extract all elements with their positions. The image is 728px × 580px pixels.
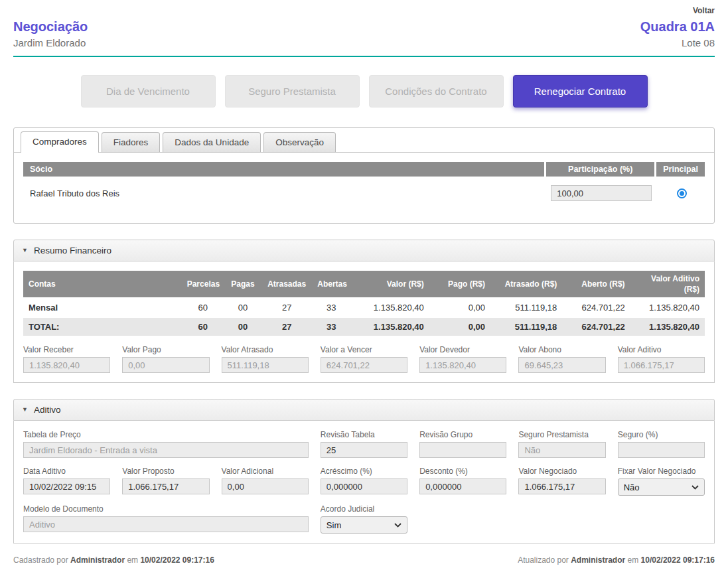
total-pago: 0,00 (429, 318, 490, 336)
column-header-parcelas: Parcelas (182, 271, 224, 297)
fixar-valor-negociado-label: Fixar Valor Negociado (618, 467, 705, 476)
resumo-financeiro-section: ▼ Resumo Financeiro Contas Parcelas Paga… (13, 240, 715, 383)
revisao-tabela-field: Revisão Tabela (321, 430, 407, 458)
parcelas-value: 60 (182, 297, 224, 318)
valor-a-vencer-input (321, 357, 407, 373)
buyer-row: Rafael Tributo dos Reis (23, 177, 705, 211)
renegociar-contrato-button[interactable]: Renegociar Contrato (513, 75, 648, 108)
valor-adicional-input[interactable] (222, 478, 309, 494)
data-aditivo-input[interactable] (23, 478, 110, 494)
pago-value: 0,00 (429, 297, 490, 318)
seguro-prestamista-field: Seguro Prestamista (518, 430, 605, 458)
total-valor: 1.135.820,40 (350, 318, 429, 336)
condicoes-do-contrato-button: Condições do Contrato (369, 75, 504, 108)
aditivo-title: Aditivo (34, 405, 61, 415)
buyer-name: Rafael Tributo dos Reis (23, 177, 544, 211)
column-header-abertas: Abertas (312, 271, 350, 297)
aberto-value: 624.701,22 (562, 297, 630, 318)
column-header-atrasadas: Atrasadas (261, 271, 312, 297)
seguro-prestamista-button: Seguro Prestamista (225, 75, 360, 108)
column-header-aberto: Aberto (R$) (562, 271, 630, 297)
valor-value: 1.135.820,40 (350, 297, 429, 318)
header-left: Negociação Jardim Eldorado (13, 19, 88, 48)
tab-fiadores[interactable]: Fiadores (102, 132, 161, 152)
updated-info: Atualizado por Administrador em 10/02/20… (518, 555, 715, 565)
column-header-participacao: Participação (%) (544, 162, 654, 177)
column-header-pago: Pago (R$) (429, 271, 490, 297)
acrescimo-field: Acréscimo (%) (321, 467, 407, 496)
created-user: Administrador (70, 555, 125, 565)
total-parcelas: 60 (182, 318, 224, 336)
valor-proposto-input[interactable] (122, 478, 209, 494)
project-name: Jardim Eldorado (13, 37, 88, 48)
valor-aditivo-value: 1.135.820,40 (630, 297, 705, 318)
valor-adicional-label: Valor Adicional (222, 467, 309, 476)
financial-summary-fields: Valor Receber Valor Pago Valor Atrasado … (23, 345, 705, 373)
column-header-valor: Valor (R$) (350, 271, 429, 297)
financial-table: Contas Parcelas Pagas Atrasadas Abertas … (23, 271, 705, 336)
page-title: Negociação (13, 19, 88, 35)
action-buttons: Dia de Vencimento Seguro Prestamista Con… (13, 75, 715, 108)
total-atrasadas: 27 (261, 318, 312, 336)
acrescimo-input[interactable] (321, 478, 407, 494)
total-pagas: 00 (224, 318, 261, 336)
updated-datetime: 10/02/2022 09:17:16 (641, 555, 715, 565)
buyers-table-header: Sócio Participação (%) Principal (23, 162, 705, 177)
tab-dados-da-unidade[interactable]: Dados da Unidade (163, 132, 261, 152)
valor-abono-label: Valor Abono (518, 345, 605, 354)
valor-receber-field: Valor Receber (23, 345, 110, 373)
tabs-container: Compradores Fiadores Dados da Unidade Ob… (13, 127, 715, 224)
desconto-field: Desconto (%) (419, 467, 506, 496)
total-aberto: 624.701,22 (562, 318, 630, 336)
atrasadas-value: 27 (261, 297, 312, 318)
valor-negociado-input[interactable] (518, 478, 605, 494)
fixar-valor-negociado-select[interactable]: Não (618, 478, 705, 496)
revisao-grupo-label: Revisão Grupo (419, 430, 506, 439)
principal-radio[interactable] (677, 188, 687, 198)
aditivo-section: ▼ Aditivo Tabela de Preço Revisão Tabela… (13, 399, 715, 544)
updated-user: Administrador (571, 555, 625, 565)
seguro-pct-input (618, 442, 705, 458)
total-valor-aditivo: 1.135.820,40 (630, 318, 705, 336)
created-datetime: 10/02/2022 09:17:16 (140, 555, 214, 565)
created-info: Cadastrado por Administrador em 10/02/20… (13, 555, 214, 565)
acordo-judicial-field: Acordo Judicial Sim (321, 504, 407, 534)
abertas-value: 33 (312, 297, 350, 318)
seguro-pct-label: Seguro (%) (618, 430, 705, 439)
created-middle: em (127, 555, 138, 565)
resumo-financeiro-body: Contas Parcelas Pagas Atrasadas Abertas … (13, 261, 715, 383)
tab-observacao[interactable]: Observação (263, 132, 336, 152)
topbar: Voltar (13, 3, 715, 19)
seguro-prestamista-input (518, 442, 605, 458)
valor-negociado-label: Valor Negociado (518, 467, 605, 476)
back-button[interactable]: Voltar (693, 6, 715, 15)
desconto-input[interactable] (419, 478, 506, 494)
acordo-judicial-value: Sim (327, 520, 341, 530)
valor-a-vencer-label: Valor a Vencer (321, 345, 407, 354)
financial-total-row: TOTAL: 60 00 27 33 1.135.820,40 0,00 511… (23, 318, 705, 336)
seguro-prestamista-label: Seguro Prestamista (518, 430, 605, 439)
column-header-principal: Principal (654, 162, 705, 177)
acordo-judicial-select[interactable]: Sim (321, 516, 407, 534)
valor-devedor-label: Valor Devedor (419, 345, 506, 354)
tab-compradores[interactable]: Compradores (21, 131, 99, 153)
aditivo-header[interactable]: ▼ Aditivo (13, 399, 715, 421)
valor-proposto-label: Valor Proposto (122, 467, 209, 476)
lot-label: Lote 08 (640, 37, 715, 48)
resumo-financeiro-header[interactable]: ▼ Resumo Financeiro (13, 240, 715, 261)
valor-aditivo-label: Valor Aditivo (618, 345, 705, 354)
account-name: Mensal (23, 297, 182, 318)
buyers-table: Sócio Participação (%) Principal Rafael … (23, 162, 705, 211)
column-header-pagas: Pagas (224, 271, 261, 297)
financial-row-mensal: Mensal 60 00 27 33 1.135.820,40 0,00 511… (23, 297, 705, 318)
collapse-triangle-icon: ▼ (22, 248, 28, 254)
revisao-tabela-input[interactable] (321, 442, 407, 458)
valor-receber-input (23, 357, 110, 373)
total-atrasado: 511.119,18 (490, 318, 562, 336)
column-header-valor-aditivo: Valor Aditivo (R$) (630, 271, 705, 297)
valor-atrasado-label: Valor Atrasado (222, 345, 309, 354)
chevron-down-icon (692, 485, 699, 490)
page-header: Negociação Jardim Eldorado Quadra 01A Lo… (13, 19, 715, 57)
valor-adicional-field: Valor Adicional (222, 467, 309, 496)
participation-input[interactable] (551, 185, 652, 201)
